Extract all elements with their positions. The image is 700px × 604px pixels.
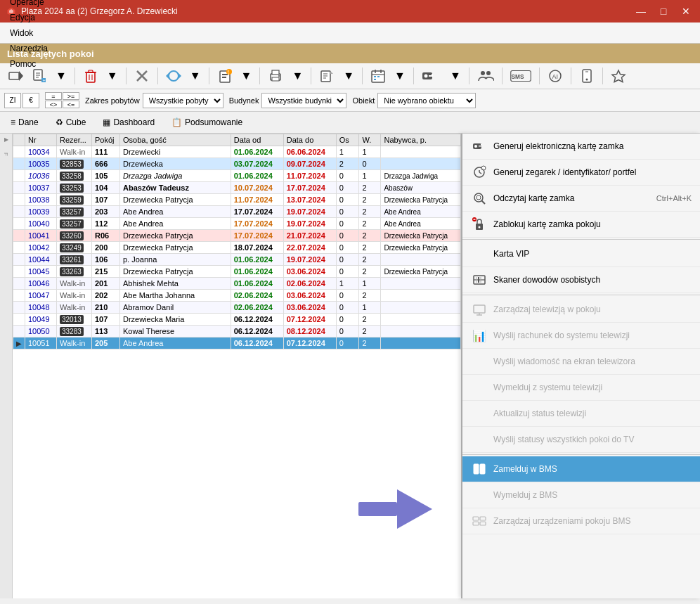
table-row[interactable]: 1003933257203Abe Andrea17.07.202419.07.2… xyxy=(13,206,461,218)
maximize-button[interactable]: □ xyxy=(655,3,672,20)
col-header-8[interactable]: Nabywca, p. xyxy=(381,134,461,146)
lte-button[interactable]: <= xyxy=(63,101,79,108)
people-button[interactable] xyxy=(474,66,498,86)
cell-resv: Walk-in xyxy=(57,290,92,302)
eq-button[interactable]: = xyxy=(45,92,62,100)
cell-nabywca: Drzewiecka Patrycja xyxy=(381,266,461,278)
col-header-4[interactable]: Data od xyxy=(231,134,283,146)
dropdown-arrow-6[interactable]: ▼ xyxy=(339,68,358,84)
ai-button[interactable]: AI xyxy=(544,66,566,86)
currency-group: ZI € xyxy=(4,93,39,108)
new-button[interactable]: + xyxy=(28,66,51,86)
table-row[interactable]: 10048Walk-in210Abramov Danil02.06.202403… xyxy=(13,302,461,314)
inner-tab-2[interactable]: ▦Dashboard xyxy=(96,115,161,130)
table-row[interactable]: 1003733253104Abaszów Tadeusz10.07.202417… xyxy=(13,182,461,194)
phone-button[interactable] xyxy=(576,66,598,86)
print-button[interactable] xyxy=(264,66,287,86)
menu-item-0[interactable]: Operacje xyxy=(3,0,55,10)
export-button[interactable] xyxy=(316,66,338,86)
ctx-item-karta-vip[interactable]: Karta VIP xyxy=(462,241,700,267)
table-row[interactable]: 10034Walk-in111Drzewiecki01.06.202406.06… xyxy=(13,146,461,158)
inner-tab-1[interactable]: ♻Cube xyxy=(49,115,93,130)
ctx-item-zablokuj[interactable]: Zablokuj kartę zamka pokoju xyxy=(462,212,700,238)
inner-tab-icon-2: ▦ xyxy=(103,117,110,127)
dropdown-arrow-7[interactable]: ▼ xyxy=(391,68,409,84)
cell-date-to: 03.06.2024 xyxy=(283,290,336,302)
currency-eur-button[interactable]: € xyxy=(22,93,39,108)
ctx-item-skaner[interactable]: Skaner dowodów osobistych xyxy=(462,267,700,293)
cell-nr: 10051 xyxy=(25,338,57,349)
zakres-select[interactable]: Wszystkie pobyty xyxy=(143,93,223,108)
cell-room: R06 xyxy=(92,230,120,242)
sms-button[interactable]: SMS xyxy=(507,66,535,86)
table-row[interactable]: 1004233249200Drzewiecka Patrycja18.07.20… xyxy=(13,242,461,254)
svg-point-44 xyxy=(481,71,485,75)
minimize-button[interactable]: — xyxy=(633,3,649,20)
dropdown-arrow-3[interactable]: ▼ xyxy=(186,68,205,84)
row-indicator xyxy=(13,314,25,326)
window-controls: — □ ✕ xyxy=(633,3,694,20)
keycard-button[interactable] xyxy=(418,66,443,86)
delete-button[interactable] xyxy=(79,66,102,86)
table-row[interactable]: 10047Walk-in202Abe Martha Johanna02.06.2… xyxy=(13,290,461,302)
dropdown-arrow-4[interactable]: ▼ xyxy=(238,68,256,84)
menu-item-2[interactable]: Widok xyxy=(3,25,55,41)
col-header-3[interactable]: Osoba, gość xyxy=(120,134,231,146)
dropdown-arrow-5[interactable]: ▼ xyxy=(288,68,306,84)
obiekt-select[interactable]: Nie wybrano obiektu xyxy=(377,93,476,108)
table-row[interactable]: 1005033283113Kowal Therese06.12.202408.1… xyxy=(13,326,461,338)
cell-room: 106 xyxy=(92,254,120,266)
table-row[interactable]: 1004133260R06Drzewiecka Patrycja17.07.20… xyxy=(13,230,461,242)
ctx-item-zamelduj-bms[interactable]: Zamelduj w BMS xyxy=(462,456,700,482)
refresh-button[interactable] xyxy=(162,66,185,86)
dropdown-arrow-1[interactable]: ▼ xyxy=(52,68,70,84)
col-header-2[interactable]: Pokój xyxy=(92,134,120,146)
ctx-item-gen-zegarek[interactable]: +Generuj zegarek / identyfikator/ portfe… xyxy=(462,160,700,186)
cancel-button[interactable] xyxy=(131,66,153,86)
dropdown-arrow-8[interactable]: ▼ xyxy=(446,68,465,84)
col-header-6[interactable]: Os xyxy=(336,134,359,146)
inner-tab-icon-3: 📋 xyxy=(171,117,182,127)
ctx-item-odczytaj[interactable]: Odczytaj kartę zamkaCtrl+Alt+K xyxy=(462,186,700,212)
col-header-1[interactable]: Rezer... xyxy=(57,134,92,146)
col-header-7[interactable]: W. xyxy=(359,134,381,146)
cell-nr: 10036 xyxy=(25,170,57,182)
close-button[interactable]: ✕ xyxy=(678,3,694,20)
cell-date-to: 11.07.2024 xyxy=(283,170,336,182)
table-row[interactable]: 1004932013107Drzewiecka Maria06.12.20240… xyxy=(13,314,461,326)
col-header-0[interactable]: Nr xyxy=(25,134,57,146)
row-indicator xyxy=(13,146,25,158)
currency-zi-button[interactable]: ZI xyxy=(4,93,21,108)
favorite-button[interactable] xyxy=(607,66,630,86)
cell-nabywca: Drzewiecka Patrycja xyxy=(381,194,461,206)
calendar-button[interactable] xyxy=(367,66,389,86)
budynek-select[interactable]: Wszystkie budynki xyxy=(261,93,346,108)
ne-button[interactable]: <> xyxy=(45,101,62,108)
table-row[interactable]: ▶10051Walk-in205Abe Andrea06.12.202407.1… xyxy=(13,338,461,349)
ctx-icon-wymelduj-bms xyxy=(471,487,488,503)
cell-nabywca xyxy=(381,326,461,338)
table-row[interactable]: 10046Walk-in201Abhishek Mehta01.06.20240… xyxy=(13,278,461,290)
ctx-label-karta-vip: Karta VIP xyxy=(493,249,529,259)
table-row[interactable]: 1004533263215Drzewiecka Patrycja01.06.20… xyxy=(13,266,461,278)
table-row[interactable]: 1003833259107Drzewiecka Patrycja11.07.20… xyxy=(13,194,461,206)
inner-tab-0[interactable]: ≡Dane xyxy=(4,115,45,130)
cell-nr: 10050 xyxy=(25,326,57,338)
dropdown-arrow-2[interactable]: ▼ xyxy=(103,68,122,84)
inner-tab-3[interactable]: 📋Podsumowanie xyxy=(165,115,249,130)
table-row[interactable]: 1004033257112Abe Andrea17.07.202419.07.2… xyxy=(13,218,461,230)
attach-button[interactable]: ! xyxy=(214,66,236,86)
cell-guest: Drzewiecka Maria xyxy=(120,314,231,326)
cell-os: 1 xyxy=(336,146,359,158)
row-indicator xyxy=(13,218,25,230)
ctx-item-gen-karta[interactable]: Generuj elektroniczną kartę zamka xyxy=(462,134,700,160)
table-row[interactable]: 1004433261106p. Joanna01.06.202419.07.20… xyxy=(13,254,461,266)
table-row[interactable]: 1003532853666Drzewiecka03.07.202409.07.2… xyxy=(13,158,461,170)
gte-button[interactable]: >= xyxy=(63,92,79,100)
col-header-5[interactable]: Data do xyxy=(283,134,336,146)
back-button[interactable] xyxy=(4,66,27,86)
menu-item-1[interactable]: Edycja xyxy=(3,10,55,25)
cell-os: 0 xyxy=(336,254,359,266)
table-row[interactable]: 1003633258105Drzazga Jadwiga01.06.202411… xyxy=(13,170,461,182)
ctx-icon-wysylij-wiad xyxy=(471,353,488,370)
